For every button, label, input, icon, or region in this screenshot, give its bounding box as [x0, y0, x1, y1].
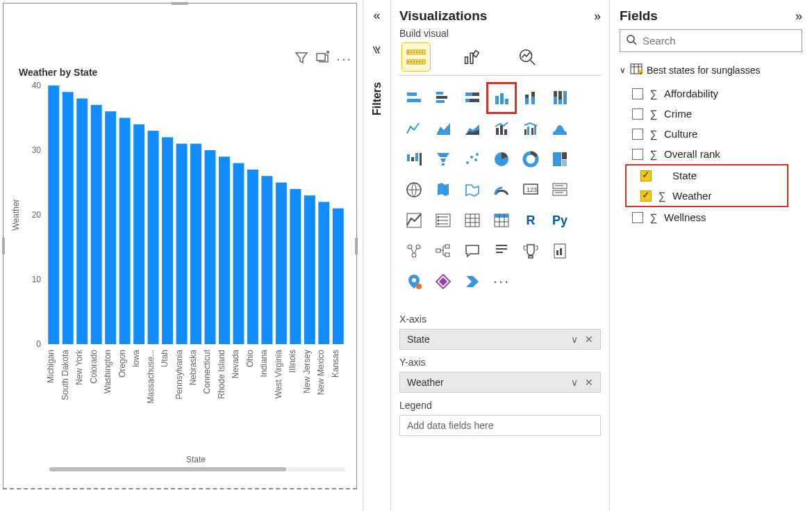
- viz-area-chart[interactable]: [429, 113, 458, 144]
- sigma-icon: ∑: [649, 128, 658, 140]
- svg-rect-56: [470, 53, 473, 63]
- table-expand-icon[interactable]: ∨: [620, 65, 626, 75]
- viz-kpi[interactable]: [399, 205, 429, 236]
- svg-point-114: [412, 253, 416, 257]
- viz-funnel[interactable]: [429, 144, 458, 175]
- svg-rect-46: [318, 202, 329, 344]
- svg-text:West Virginia: West Virginia: [274, 350, 283, 399]
- field-checkbox[interactable]: [632, 108, 643, 120]
- viz-map[interactable]: [399, 175, 429, 205]
- field-overall-rank[interactable]: ∑Overall rank: [620, 144, 802, 164]
- build-visual-tab[interactable]: [402, 43, 430, 71]
- viz-power-automate[interactable]: [458, 266, 487, 297]
- field-wellness[interactable]: ∑Wellness: [620, 207, 802, 227]
- svg-point-93: [474, 159, 477, 161]
- viz-filled-map[interactable]: [429, 175, 458, 205]
- viz-table[interactable]: [458, 205, 487, 236]
- viz-waterfall[interactable]: [399, 144, 429, 175]
- field-checkbox[interactable]: [632, 149, 643, 160]
- table-node[interactable]: ∨ Best states for sunglasses: [620, 63, 802, 76]
- collapse-fields-icon[interactable]: »: [795, 9, 802, 24]
- collapse-visualizations-icon[interactable]: »: [594, 9, 601, 24]
- field-checkbox[interactable]: [640, 190, 652, 202]
- viz-slicer[interactable]: [429, 205, 458, 236]
- svg-rect-40: [276, 183, 287, 345]
- analytics-tab[interactable]: [513, 43, 541, 71]
- field-state[interactable]: State: [628, 165, 786, 186]
- viz-card[interactable]: 123: [516, 175, 545, 205]
- viz-matrix[interactable]: [487, 205, 516, 236]
- viz-decomposition-tree[interactable]: [429, 236, 458, 266]
- viz-stacked-bar-100[interactable]: [458, 83, 487, 113]
- report-canvas[interactable]: ··· Weather by State010203040WeatherMich…: [3, 3, 357, 489]
- svg-text:New York: New York: [74, 349, 84, 385]
- bar-chart-visual[interactable]: Weather by State010203040WeatherMichigan…: [8, 66, 352, 474]
- resize-handle-left[interactable]: [2, 238, 5, 254]
- legend-well-label: Legend: [399, 400, 601, 411]
- svg-point-121: [412, 278, 416, 282]
- viz-ribbon-chart[interactable]: [545, 113, 574, 144]
- y-axis-well[interactable]: Weather ∨✕: [399, 372, 601, 393]
- viz-clustered-bar-horizontal[interactable]: [429, 83, 458, 113]
- viz-r-visual[interactable]: R: [516, 205, 545, 236]
- filters-pane-collapsed[interactable]: « Filters: [363, 0, 390, 511]
- viz-gauge[interactable]: [487, 175, 516, 205]
- y-axis-dropdown-icon[interactable]: ∨: [571, 377, 578, 388]
- svg-text:Utah: Utah: [160, 350, 169, 367]
- viz-shape-map[interactable]: [458, 175, 487, 205]
- viz-donut[interactable]: [516, 144, 545, 175]
- svg-text:20: 20: [32, 210, 42, 220]
- x-axis-dropdown-icon[interactable]: ∨: [571, 334, 578, 345]
- svg-rect-55: [465, 57, 468, 63]
- fields-search[interactable]: [620, 29, 802, 52]
- viz-stacked-bar-horizontal[interactable]: [399, 83, 429, 113]
- viz-key-influencers[interactable]: [399, 236, 429, 266]
- viz-smart-narrative[interactable]: [487, 236, 516, 266]
- svg-rect-0: [317, 54, 325, 60]
- svg-text:South Dakota: South Dakota: [60, 350, 70, 400]
- field-weather[interactable]: ∑Weather: [628, 186, 786, 206]
- svg-rect-115: [436, 249, 440, 252]
- field-crime[interactable]: ∑Crime: [620, 104, 802, 124]
- viz-pie[interactable]: [487, 144, 516, 175]
- svg-text:Rhode Island: Rhode Island: [217, 350, 226, 399]
- y-axis-field: Weather: [407, 377, 444, 388]
- viz-stacked-column[interactable]: [516, 83, 545, 113]
- viz-line-stacked-column[interactable]: [487, 113, 516, 144]
- field-affordability[interactable]: ∑Affordability: [620, 83, 802, 104]
- viz-py-visual[interactable]: Py: [545, 205, 574, 236]
- x-axis-remove-icon[interactable]: ✕: [585, 334, 593, 345]
- field-checkbox[interactable]: [640, 170, 652, 181]
- y-axis-remove-icon[interactable]: ✕: [585, 377, 593, 388]
- viz-stacked-area[interactable]: [458, 113, 487, 144]
- format-visual-tab[interactable]: [458, 43, 486, 71]
- viz-line-chart[interactable]: [399, 113, 429, 144]
- svg-point-92: [470, 156, 473, 159]
- resize-handle-top[interactable]: [172, 2, 188, 5]
- viz-multi-row-card[interactable]: [545, 175, 574, 205]
- expand-filters-icon[interactable]: «: [373, 8, 380, 23]
- x-axis-well[interactable]: State ∨✕: [399, 329, 601, 350]
- viz-clustered-column[interactable]: [487, 83, 516, 113]
- field-checkbox[interactable]: [632, 129, 643, 140]
- viz-arcgis-map[interactable]: [399, 266, 429, 297]
- svg-rect-10: [63, 92, 74, 344]
- legend-well[interactable]: Add data fields here: [399, 415, 601, 436]
- viz-power-apps[interactable]: [429, 266, 458, 297]
- fields-search-input[interactable]: [641, 34, 796, 47]
- viz-scatter[interactable]: [458, 144, 487, 175]
- viz-goals[interactable]: [516, 236, 545, 266]
- field-checkbox[interactable]: [632, 88, 643, 99]
- svg-rect-62: [436, 96, 447, 99]
- viz-treemap[interactable]: [545, 144, 574, 175]
- resize-handle-right[interactable]: [355, 238, 358, 254]
- viz-paginated-report[interactable]: [545, 236, 574, 266]
- viz-more[interactable]: ···: [487, 266, 516, 297]
- chart-horizontal-scrollbar[interactable]: [49, 467, 345, 473]
- viz-qa-visual[interactable]: [458, 236, 487, 266]
- svg-text:Colorado: Colorado: [89, 350, 99, 384]
- viz-line-clustered-column[interactable]: [516, 113, 545, 144]
- field-culture[interactable]: ∑Culture: [620, 124, 802, 144]
- viz-stacked-column-100[interactable]: [545, 83, 574, 113]
- field-checkbox[interactable]: [632, 212, 643, 223]
